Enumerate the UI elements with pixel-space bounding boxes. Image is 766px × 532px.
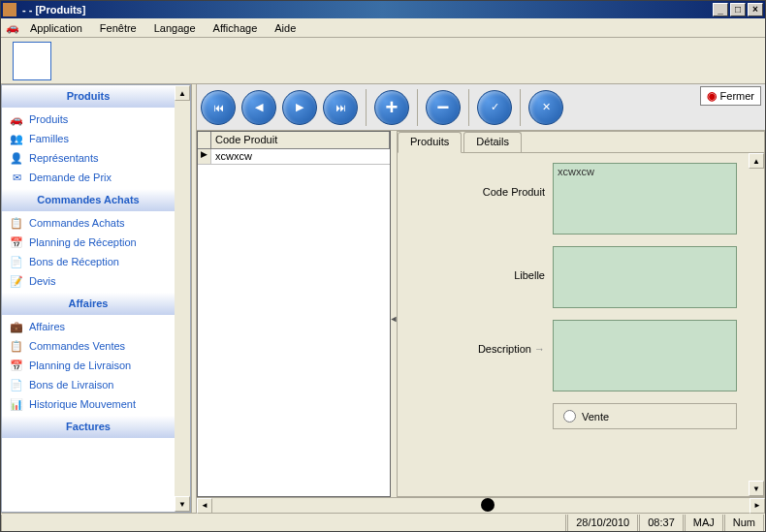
grid-header: Code Produit [198, 132, 390, 149]
sidebar-item-planning-livraison[interactable]: 📅Planning de Livraison [2, 356, 175, 375]
field-code-produit[interactable]: xcwxcw [553, 163, 737, 235]
minimize-button[interactable]: _ [713, 3, 728, 16]
field-description[interactable] [553, 320, 737, 391]
scroll-down-button[interactable]: ▼ [749, 481, 764, 496]
scroll-up-button[interactable]: ▲ [175, 85, 190, 101]
remove-record-button[interactable]: − [426, 90, 461, 125]
sidebar-item-label: Commandes Achats [29, 217, 124, 229]
menu-affichage[interactable]: Affichage [206, 20, 266, 36]
document-icon: 📄 [10, 378, 23, 391]
prev-record-button[interactable]: ◀ [241, 90, 276, 125]
sidebar-item-affaires[interactable]: 💼Affaires [2, 317, 175, 336]
sidebar-item-produits[interactable]: 🚗Produits [2, 110, 175, 129]
sidebar-item-label: Affaires [29, 321, 65, 332]
field-libelle[interactable] [553, 246, 737, 308]
next-record-button[interactable]: ▶ [282, 90, 317, 125]
radio-group-type: Vente [553, 403, 737, 429]
cancel-button[interactable]: ✕ [528, 90, 563, 125]
chart-icon: 📊 [10, 397, 23, 411]
document-thumbnail[interactable] [13, 42, 51, 80]
sidebar-item-demande-prix[interactable]: ✉Demande de Prix [2, 168, 175, 187]
radio-vente[interactable]: Vente [563, 410, 726, 422]
calendar-icon: 📅 [10, 359, 23, 372]
grid-column-code-produit[interactable]: Code Produit [211, 132, 390, 148]
separator [520, 89, 521, 126]
grid-cell-code: xcwxcw [211, 149, 390, 164]
scroll-left-button[interactable]: ◄ [197, 498, 212, 514]
last-record-button[interactable]: ⏭ [323, 90, 358, 125]
briefcase-icon: 💼 [10, 320, 23, 333]
tab-produits[interactable]: Produits [398, 132, 462, 153]
horizontal-scrollbar[interactable]: ◄ ► [197, 497, 765, 513]
record-grid: Code Produit ▶ xcwxcw [197, 131, 391, 497]
label-description: Description → [407, 320, 553, 355]
form-content: Code Produit xcwxcw Libelle Description … [398, 153, 764, 496]
tab-details[interactable]: Détails [463, 132, 522, 152]
sidebar-item-devis[interactable]: 📝Devis [2, 271, 175, 291]
status-message [1, 515, 566, 532]
detail-form-panel: Produits Détails Code Produit xcwxcw Lib… [397, 131, 765, 497]
menu-aide[interactable]: Aide [267, 20, 303, 36]
fermer-label: Fermer [720, 90, 754, 102]
scroll-right-button[interactable]: ► [750, 498, 765, 514]
sidebar-item-label: Planning de Réception [29, 236, 137, 248]
scroll-up-button[interactable]: ▲ [749, 153, 764, 169]
sidebar-item-label: Familles [29, 133, 69, 144]
section-header-affaires[interactable]: Affaires [2, 293, 175, 315]
grid-row[interactable]: ▶ xcwxcw [198, 149, 390, 165]
close-button[interactable]: × [748, 3, 763, 16]
sidebar-item-historique[interactable]: 📊Historique Mouvement [2, 394, 175, 414]
section-header-commandes-achats[interactable]: Commandes Achats [2, 189, 175, 211]
sidebar-item-label: Bons de Réception [29, 256, 119, 267]
status-caps: MAJ [685, 515, 723, 532]
sidebar: Produits 🚗Produits 👥Familles 👤Représenta… [1, 84, 191, 513]
section-header-factures[interactable]: Factures [2, 416, 175, 438]
sidebar-item-bons-livraison[interactable]: 📄Bons de Livraison [2, 375, 175, 394]
grid-splitter[interactable]: ◄ [391, 131, 397, 497]
menu-fenetre[interactable]: Fenêtre [92, 20, 144, 36]
menu-application[interactable]: Application [22, 20, 90, 36]
section-header-produits[interactable]: Produits [2, 85, 175, 108]
people-icon: 👥 [10, 132, 23, 145]
sidebar-item-label: Demande de Prix [29, 172, 112, 183]
separator [468, 89, 469, 126]
sidebar-scrollbar[interactable]: ▲ ▼ [175, 85, 190, 512]
note-icon: 📝 [10, 274, 23, 288]
sidebar-item-bons-reception[interactable]: 📄Bons de Réception [2, 252, 175, 271]
first-record-button[interactable]: ⏮ [201, 90, 236, 125]
sidebar-item-label: Bons de Livraison [29, 379, 113, 391]
clipboard-icon: 📋 [10, 339, 23, 353]
app-menu-icon: 🚗 [5, 21, 20, 35]
stop-icon: ◉ [707, 89, 717, 103]
toolbar-area [1, 38, 765, 84]
status-date: 28/10/2010 [567, 515, 638, 532]
sidebar-item-planning-reception[interactable]: 📅Planning de Réception [2, 233, 175, 252]
sidebar-item-commandes-achats[interactable]: 📋Commandes Achats [2, 213, 175, 233]
car-icon: 🚗 [10, 112, 23, 126]
confirm-button[interactable]: ✓ [477, 90, 512, 125]
status-num: Num [724, 515, 764, 532]
menu-langage[interactable]: Langage [146, 20, 204, 36]
sidebar-item-representants[interactable]: 👤Représentants [2, 148, 175, 168]
scroll-down-button[interactable]: ▼ [175, 496, 190, 512]
sidebar-item-commandes-ventes[interactable]: 📋Commandes Ventes [2, 336, 175, 356]
scroll-track[interactable] [212, 498, 750, 514]
status-time: 08:37 [639, 515, 684, 532]
window-title: - - [Produits] [18, 4, 713, 16]
scroll-thumb[interactable] [481, 498, 495, 512]
document-icon: 📄 [10, 255, 23, 268]
sidebar-item-label: Produits [29, 113, 68, 125]
form-scrollbar[interactable]: ▲ ▼ [749, 153, 764, 496]
label-libelle: Libelle [407, 246, 553, 281]
statusbar: 28/10/2010 08:37 MAJ Num [1, 513, 765, 532]
maximize-button[interactable]: □ [730, 3, 746, 16]
separator [417, 89, 418, 126]
menubar: 🚗 Application Fenêtre Langage Affichage … [1, 18, 765, 38]
grid-selector-header[interactable] [198, 132, 211, 148]
tabs: Produits Détails [398, 132, 764, 153]
sidebar-item-familles[interactable]: 👥Familles [2, 129, 175, 148]
mail-icon: ✉ [10, 171, 23, 184]
fermer-button[interactable]: ◉ Fermer [700, 86, 761, 106]
radio-vente-input[interactable] [563, 410, 576, 422]
add-record-button[interactable]: + [374, 90, 409, 125]
